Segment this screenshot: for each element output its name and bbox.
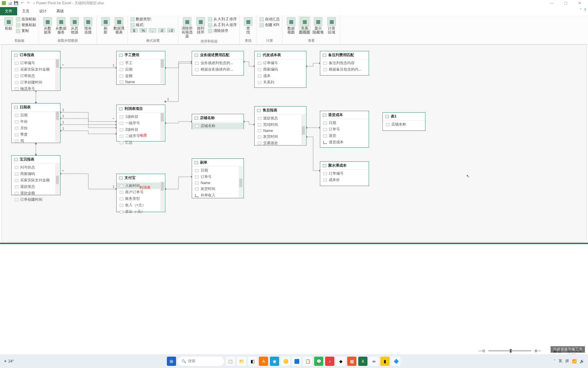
zoom-out-icon[interactable]: —⊖ [478,349,485,353]
table-column[interactable]: 月份 [12,125,60,131]
weather-widget[interactable]: ☀ 24° [4,359,14,363]
table-column[interactable]: 退款状态 [12,184,60,190]
table-column[interactable]: 订单创建时间 [12,196,60,203]
table-column[interactable]: 根据业务描述内容... [192,66,244,73]
table-column[interactable]: 退款金额 [12,190,60,196]
ribbon-sortcol-button[interactable]: ▦按列排序 [194,16,207,34]
table-header[interactable]: 店铺名称 [192,114,244,122]
table-column[interactable]: 一级序号 [117,120,165,126]
wechat-icon[interactable]: 💬 [314,357,323,366]
table-t12[interactable]: 备注列费用匹配备注列包含内容根据备注包含的内... [320,51,369,76]
maximize-button[interactable]: ▢ [559,0,573,6]
ribbon-calc-button[interactable]: ▦计算区域 [325,16,338,34]
table-column[interactable]: 日期 [117,66,165,73]
table-column[interactable]: 备注列包含内容 [320,60,369,66]
ribbon-small-item[interactable]: 创建 KPI [259,22,280,28]
table-column[interactable]: 买家实际支付金额 [12,177,60,184]
ribbon-refresh-button[interactable]: ▦刷新 [99,16,112,34]
zoom-in-icon[interactable]: ⊕— [534,349,541,353]
table-column[interactable]: 2级科目 [117,126,165,133]
table-column[interactable]: 交易退款 [255,140,306,146]
app-icon-6[interactable]: ▦ [347,357,356,366]
table-t1[interactable]: 订单报表订单编号买家实际支付金额订单状态订单创建时间物流单号 [11,51,60,91]
table-t13[interactable]: 退货成本日期订单号退货退货成本 [320,111,369,148]
scrollbar[interactable] [160,59,164,84]
save-icon[interactable]: 💾 [13,1,18,6]
powerbi-icon[interactable]: ▮ [380,357,390,366]
ribbon-small-item[interactable]: 格式: [130,22,176,28]
ribbon-small-item[interactable]: 替换粘贴 [16,22,36,28]
scrollbar[interactable] [55,111,60,142]
table-t14[interactable]: 聚水潭成本订单编号成本价 [320,161,369,186]
minimize-button[interactable]: — [544,0,559,6]
table-column[interactable]: 店铺名称 [383,121,425,128]
table-header[interactable]: 手工费用 [117,51,165,59]
table-column[interactable]: 日期 [320,120,369,126]
table-column[interactable]: 金额 [117,73,165,79]
ribbon-paste-button[interactable]: ▦粘贴 [2,16,15,30]
table-t6[interactable]: 支付宝入账时间商户订单号账务类型收入（+元）支出（-元） [116,174,165,212]
table-header[interactable]: 业务描述费用匹配 [192,51,244,59]
table-measure[interactable]: 补单收入 [192,192,244,199]
scrollbar[interactable] [160,181,164,211]
table-t9[interactable]: 刷单日期订单号Name发货时间补单收入 [192,158,244,198]
scrollbar[interactable] [55,163,60,194]
table-column[interactable]: 季度 [12,131,60,138]
app-icon-4[interactable]: 📋 [303,357,312,366]
wifi-icon[interactable]: 📶 [572,359,577,363]
table-header[interactable]: 刷单 [192,159,244,167]
table-column[interactable]: 商户订单号 [117,189,165,196]
tray-chevron-icon[interactable]: ˄ [554,359,555,363]
scrollbar[interactable] [160,112,164,141]
app-icon-3[interactable]: 🟦 [292,357,301,366]
ribbon-clear-button[interactable]: ▦清除所有筛选器 [181,16,193,38]
table-column[interactable]: 订单编号 [12,60,60,66]
ribbon-pivot-button[interactable]: ▦数据透视表 [113,16,125,34]
diagram-canvas[interactable]: 1*111*1*11 订单报表订单编号买家实际支付金额订单状态订单创建时间物流单… [1,45,587,242]
table-header[interactable]: 支付宝 [117,174,165,182]
table-t8[interactable]: 店铺名称店铺名称 [192,114,244,129]
tab-home[interactable]: 主页 [17,7,34,15]
table-column[interactable]: 订单编号 [255,60,306,66]
collapse-ribbon-icon[interactable]: ˄ [580,8,582,12]
ribbon-small-item[interactable]: 从 Z 到 A 排序 [208,22,237,28]
ribbon-small-item[interactable]: 追加粘贴 [16,17,36,22]
table-t10[interactable]: 代发成本表订单编号商家编码成本关系列 [254,51,306,88]
format-mini-button[interactable]: % [140,28,147,33]
format-mini-button[interactable]: $ [130,28,138,33]
table-t5[interactable]: 利润表项目1级科目一级序号2级科目二级序号汇总 [116,105,165,141]
app-icon-5[interactable]: ◆ [336,357,345,366]
table-column[interactable]: 退款状态 [255,115,306,122]
music-icon[interactable]: ♪ [325,357,334,366]
table-header[interactable]: 备注列费用匹配 [320,51,369,59]
tab-file[interactable]: 文件 [0,7,17,15]
table-column[interactable]: 订单状态 [12,73,60,79]
table-header[interactable]: 聚水潭成本 [320,162,369,170]
table-t11[interactable]: 售后报表退款状态完结时间Name发货时间交易退款 [254,106,306,145]
table-t3[interactable]: 宝贝报表刈与伙态商家编码买家实际支付金额退款状态退款金额订单创建时间 [11,155,60,195]
table-column[interactable]: 根据备注包含的内... [320,66,369,73]
table-column[interactable]: 订单编号 [320,170,369,177]
table-column[interactable]: 关系列 [255,79,306,86]
table-column[interactable]: 商家编码 [12,171,60,177]
ribbon-small-item[interactable]: 复制 [16,28,36,33]
table-column[interactable]: 账务类型 [117,196,165,202]
tab-design[interactable]: 设计 [34,7,52,15]
table-column[interactable]: 发货时间 [255,134,306,140]
table-header[interactable]: 宝贝报表 [12,156,60,164]
scrollbar[interactable] [55,59,60,90]
table-column[interactable]: 周 [12,138,60,144]
table-column[interactable]: 商家编码 [255,66,306,73]
table-column[interactable]: 入账时间 [117,183,165,189]
app-icon-1[interactable]: ◧ [248,357,257,366]
undo-icon[interactable]: ↶ [20,1,25,6]
table-header[interactable]: 利润表项目 [117,105,165,113]
zoom-slider[interactable] [488,350,531,351]
system-tray[interactable]: ˄ 英 拼 📶 🔊 [554,358,584,364]
table-header[interactable]: 订单报表 [12,51,60,59]
table-column[interactable]: Name [117,79,165,85]
scrollbar[interactable] [301,114,306,145]
table-column[interactable]: 订单号 [320,126,369,133]
table-column[interactable]: 二级序号 [117,133,165,139]
ribbon-db-button[interactable]: ▦从数据库 [41,16,54,34]
